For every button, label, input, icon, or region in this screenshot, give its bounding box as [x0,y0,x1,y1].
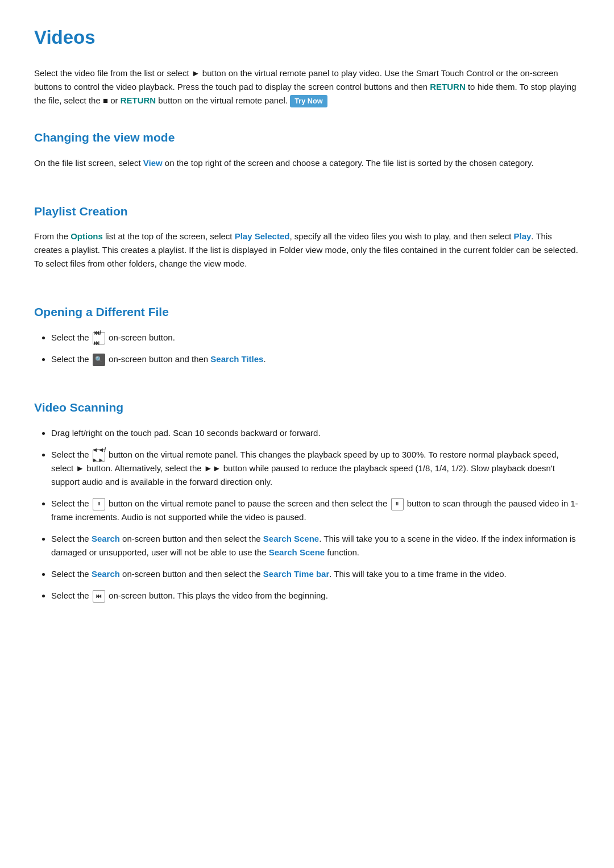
playlist-text-before-options: From the [34,231,70,241]
video-scanning-list: Drag left/right on the touch pad. Scan 1… [51,426,580,603]
list-item-search-icon: Select the 🔍 on-screen button and then S… [51,352,580,366]
pause-text-before: Select the [51,499,92,508]
list-item-search-scene: Select the Search on-screen button and t… [51,532,580,559]
search-timebar-text-after: . This will take you to a time frame in … [329,569,507,579]
view-link[interactable]: View [143,158,163,168]
playlist-creation-content: From the Options list at the top of the … [34,230,580,271]
search-scene-text-before: Select the [51,534,92,543]
skip-text-before: Select the [51,333,92,342]
search-link-1[interactable]: Search [92,534,120,543]
search-icon-text-before: Select the [51,354,92,364]
search-scene-text-end: function. [325,547,359,557]
rewind-text-before: Select the [51,591,92,600]
list-item-pause: Select the II button on the virtual remo… [51,497,580,524]
pause-icon-1: II [93,498,105,510]
section-title-playlist-creation: Playlist Creation [34,202,580,221]
intro-paragraph: Select the video file from the list or s… [34,67,580,107]
section-playlist-creation: Playlist Creation From the Options list … [34,190,580,271]
play-link[interactable]: Play [514,231,532,241]
pause-text-middle: button on the virtual remote panel to pa… [106,499,390,508]
list-item-drag: Drag left/right on the touch pad. Scan 1… [51,426,580,440]
rw-ff-text-before: Select the [51,450,92,459]
return-link-1[interactable]: RETURN [430,82,466,92]
search-timebar-search-link[interactable]: Search [92,569,120,579]
changing-view-text-before: On the file list screen, select [34,158,143,168]
options-link[interactable]: Options [70,231,103,241]
section-opening-different-file: Opening a Different File Select the ⏮/⏭ … [34,291,580,366]
list-item-skip: Select the ⏮/⏭ on-screen button. [51,331,580,344]
section-title-opening-different-file: Opening a Different File [34,302,580,322]
section-video-scanning: Video Scanning Drag left/right on the to… [34,387,580,603]
playlist-text-after-options: list at the top of the screen, select [103,231,235,241]
search-icon-text-after: . [263,354,265,364]
list-item-search-timebar: Select the Search on-screen button and t… [51,567,580,581]
rw-ff-icon: ◄◄/►► [93,449,105,462]
changing-view-mode-content: On the file list screen, select View on … [34,156,580,170]
section-title-changing-view-mode: Changing the view mode [34,128,580,147]
rewind-icon: ⏮ [93,590,105,603]
search-scene-link[interactable]: Search Scene [263,534,319,543]
search-timebar-link[interactable]: Search Time bar [263,569,329,579]
play-selected-link[interactable]: Play Selected [235,231,290,241]
playlist-text-after-play-selected: , specify all the video files you wish t… [289,231,513,241]
rw-ff-text-after: button on the virtual remote panel. This… [51,450,559,487]
try-now-button[interactable]: Try Now [290,95,327,107]
section-changing-view-mode: Changing the view mode On the file list … [34,117,580,170]
search-scene-link-2[interactable]: Search Scene [269,547,325,557]
search-scene-text-middle: on-screen button and then select the [120,534,263,543]
intro-text-3: button on the virtual remote panel. [156,95,288,105]
rewind-text-after: on-screen button. This plays the video f… [106,591,328,600]
return-link-2[interactable]: RETURN [121,95,156,105]
skip-icon: ⏮/⏭ [93,332,105,344]
search-icon-text-middle: on-screen button and then [106,354,210,364]
search-button-icon: 🔍 [93,354,105,366]
changing-view-text-after: on the top right of the screen and choos… [163,158,534,168]
page-title: Videos [34,23,580,53]
list-item-rw-ff: Select the ◄◄/►► button on the virtual r… [51,448,580,489]
search-timebar-text-middle: on-screen button and then select the [120,569,263,579]
search-timebar-text-before: Select the [51,569,92,579]
drag-text: Drag left/right on the touch pad. Scan 1… [51,428,321,438]
section-title-video-scanning: Video Scanning [34,398,580,417]
pause-icon-2: II [391,498,404,510]
skip-text-after: on-screen button. [106,333,175,342]
list-item-rewind: Select the ⏮ on-screen button. This play… [51,589,580,603]
opening-file-list: Select the ⏮/⏭ on-screen button. Select … [51,331,580,366]
search-titles-link[interactable]: Search Titles [210,354,263,364]
